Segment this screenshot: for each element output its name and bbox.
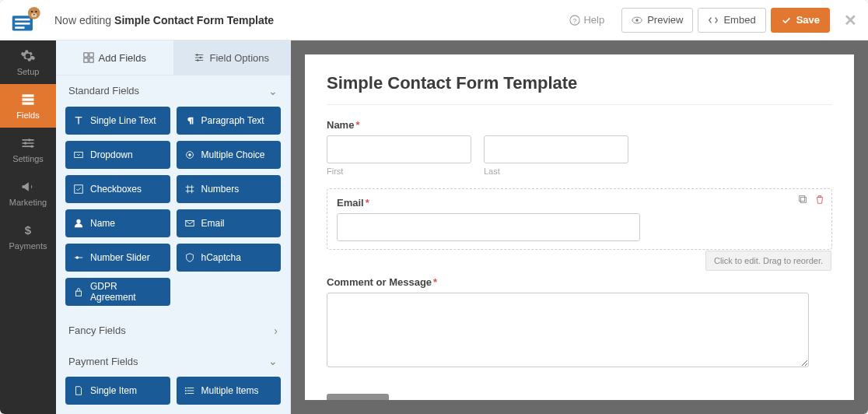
- edit-hint: Click to edit. Drag to reorder.: [705, 251, 831, 271]
- field-email[interactable]: Email: [177, 209, 282, 237]
- duplicate-icon[interactable]: [797, 194, 808, 205]
- svg-point-12: [635, 19, 639, 22]
- svg-point-36: [184, 390, 186, 391]
- help-link[interactable]: ? Help: [569, 14, 604, 26]
- svg-rect-22: [83, 58, 87, 62]
- save-button[interactable]: Save: [771, 8, 830, 33]
- trash-icon[interactable]: [814, 194, 825, 205]
- text-icon: [73, 115, 84, 126]
- top-bar: Now editing Simple Contact Form Template…: [0, 0, 868, 40]
- section-standard-fields[interactable]: Standard Fields ⌄: [56, 75, 290, 107]
- svg-point-29: [188, 153, 191, 156]
- first-sublabel: First: [327, 167, 471, 176]
- embed-button[interactable]: Embed: [698, 8, 765, 33]
- svg-rect-34: [76, 291, 82, 296]
- svg-point-35: [184, 388, 186, 389]
- svg-point-6: [35, 11, 37, 12]
- user-icon: [73, 218, 84, 229]
- shield-icon: [184, 252, 195, 263]
- svg-rect-2: [15, 23, 30, 25]
- nav-setup[interactable]: Setup: [0, 40, 56, 84]
- list-icon: [184, 385, 195, 396]
- chevron-down-icon: ⌄: [268, 355, 278, 367]
- svg-rect-38: [800, 196, 805, 202]
- field-paragraph-text[interactable]: Paragraph Text: [177, 107, 282, 135]
- gear-icon: [20, 48, 36, 64]
- svg-text:?: ?: [573, 16, 577, 24]
- submit-button[interactable]: Submit: [327, 394, 389, 400]
- email-input[interactable]: [337, 213, 640, 241]
- field-tools: [797, 194, 825, 205]
- svg-point-24: [197, 54, 198, 55]
- field-single-line-text[interactable]: Single Line Text: [65, 107, 170, 135]
- section-payment-fields[interactable]: Payment Fields ⌄: [56, 346, 290, 377]
- file-icon: [73, 385, 84, 396]
- mail-icon: [184, 218, 195, 229]
- canvas-wrap: Simple Contact Form Template Name* First…: [291, 40, 868, 414]
- nav-marketing[interactable]: Marketing: [0, 171, 56, 215]
- field-numbers[interactable]: Numbers: [177, 175, 282, 203]
- svg-rect-30: [75, 184, 83, 193]
- dollar-icon: $: [20, 223, 36, 238]
- checkbox-icon: [73, 184, 84, 195]
- form-canvas[interactable]: Simple Contact Form Template Name* First…: [305, 54, 854, 400]
- svg-rect-14: [23, 98, 34, 100]
- editing-label: Now editing Simple Contact Form Template: [54, 14, 274, 26]
- preview-button[interactable]: Preview: [621, 8, 693, 33]
- field-gdpr-agreement[interactable]: GDPR Agreement: [65, 278, 170, 306]
- svg-point-16: [28, 139, 30, 141]
- svg-text:$: $: [25, 223, 32, 237]
- svg-rect-20: [83, 53, 87, 57]
- first-name-input[interactable]: [327, 135, 471, 163]
- tab-add-fields[interactable]: Add Fields: [56, 40, 173, 75]
- tab-field-options[interactable]: Field Options: [173, 40, 291, 75]
- comment-label: Comment or Message*: [327, 276, 832, 288]
- last-name-input[interactable]: [484, 135, 628, 163]
- svg-point-8: [33, 14, 35, 16]
- svg-point-33: [76, 256, 79, 259]
- standard-fields-grid: Single Line Text Paragraph Text Dropdown…: [56, 107, 290, 315]
- svg-rect-3: [15, 26, 24, 29]
- section-fancy-fields[interactable]: Fancy Fields ›: [56, 315, 290, 346]
- chevron-right-icon: ›: [274, 325, 278, 337]
- radio-icon: [184, 149, 195, 160]
- svg-point-17: [24, 142, 26, 144]
- field-name[interactable]: Name: [65, 209, 170, 237]
- app-logo: [11, 6, 44, 34]
- hash-icon: [184, 184, 195, 195]
- close-icon[interactable]: ✕: [844, 11, 857, 30]
- svg-rect-1: [15, 19, 30, 21]
- svg-point-5: [31, 11, 33, 12]
- field-multiple-choice[interactable]: Multiple Choice: [177, 141, 282, 169]
- last-sublabel: Last: [484, 167, 628, 176]
- svg-point-18: [30, 146, 33, 148]
- nav-fields[interactable]: Fields: [0, 84, 56, 128]
- form-field-name[interactable]: Name* First Last: [327, 119, 832, 176]
- comment-textarea[interactable]: [327, 293, 809, 367]
- options-icon: [194, 52, 205, 63]
- nav-settings[interactable]: Settings: [0, 128, 56, 171]
- form-field-email[interactable]: Email* Click to edit. Drag to reorder.: [327, 188, 832, 250]
- field-single-item[interactable]: Single Item: [65, 377, 170, 405]
- form-field-comment[interactable]: Comment or Message*: [327, 276, 832, 370]
- field-hcaptcha[interactable]: hCaptcha: [177, 244, 282, 272]
- sliders-icon: [20, 135, 36, 151]
- svg-rect-23: [89, 58, 93, 62]
- email-label: Email*: [337, 197, 822, 209]
- svg-rect-21: [89, 53, 93, 57]
- field-multiple-items[interactable]: Multiple Items: [177, 377, 282, 405]
- svg-rect-13: [23, 94, 34, 96]
- field-dropdown[interactable]: Dropdown: [65, 141, 170, 169]
- svg-point-31: [76, 219, 80, 223]
- nav-payments[interactable]: $ Payments: [0, 215, 56, 258]
- field-number-slider[interactable]: Number Slider: [65, 244, 170, 272]
- slider-icon: [73, 252, 84, 263]
- svg-rect-27: [75, 152, 83, 157]
- svg-rect-15: [23, 102, 34, 104]
- field-checkboxes[interactable]: Checkboxes: [65, 175, 170, 203]
- dropdown-icon: [73, 149, 84, 160]
- bullhorn-icon: [20, 179, 36, 195]
- form-title: Simple Contact Form Template: [327, 73, 832, 93]
- name-label: Name*: [327, 119, 832, 131]
- svg-point-25: [200, 57, 201, 58]
